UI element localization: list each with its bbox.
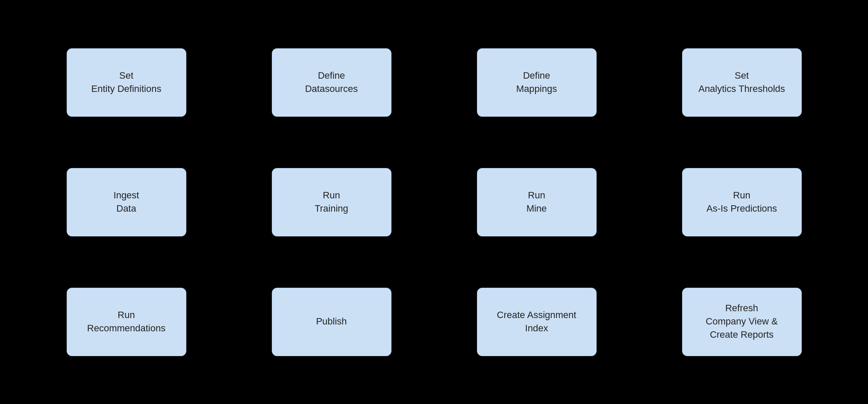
define-mappings-label: Define Mappings — [516, 69, 557, 96]
set-entity-definitions-card[interactable]: Set Entity Definitions — [67, 48, 186, 117]
run-training-card[interactable]: Run Training — [272, 168, 391, 236]
set-analytics-thresholds-card[interactable]: Set Analytics Thresholds — [682, 48, 802, 117]
define-mappings-card[interactable]: Define Mappings — [477, 48, 597, 117]
run-mine-label: Run Mine — [527, 189, 547, 215]
workflow-grid: Set Entity DefinitionsDefine Datasources… — [41, 23, 827, 382]
run-mine-card[interactable]: Run Mine — [477, 168, 597, 236]
run-recommendations-card[interactable]: Run Recommendations — [67, 288, 186, 356]
refresh-company-view-label: Refresh Company View & Create Reports — [706, 302, 777, 341]
ingest-data-card[interactable]: Ingest Data — [67, 168, 186, 236]
run-as-is-predictions-card[interactable]: Run As-Is Predictions — [682, 168, 802, 236]
publish-label: Publish — [316, 315, 347, 328]
create-assignment-index-card[interactable]: Create Assignment Index — [477, 288, 597, 356]
define-datasources-label: Define Datasources — [305, 69, 358, 96]
create-assignment-index-label: Create Assignment Index — [497, 309, 577, 335]
set-analytics-thresholds-label: Set Analytics Thresholds — [698, 69, 785, 96]
define-datasources-card[interactable]: Define Datasources — [272, 48, 391, 117]
publish-card[interactable]: Publish — [272, 288, 391, 356]
run-recommendations-label: Run Recommendations — [87, 309, 165, 335]
ingest-data-label: Ingest Data — [114, 189, 139, 215]
refresh-company-view-card[interactable]: Refresh Company View & Create Reports — [682, 288, 802, 356]
set-entity-definitions-label: Set Entity Definitions — [91, 69, 162, 96]
run-as-is-predictions-label: Run As-Is Predictions — [706, 189, 777, 215]
run-training-label: Run Training — [315, 189, 348, 215]
